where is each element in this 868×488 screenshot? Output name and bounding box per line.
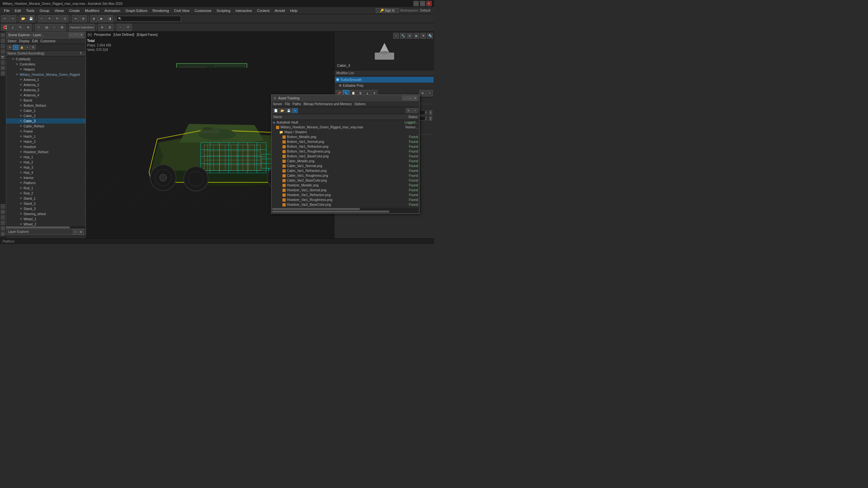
at-vscrollbar[interactable] xyxy=(272,210,418,213)
menu-arnold[interactable]: Arnold xyxy=(272,8,288,13)
list-item[interactable]: 👁Bottom_Refract⋮ xyxy=(6,103,86,108)
modifier-turbosmoooth[interactable]: TurboSmooth xyxy=(335,77,434,83)
ts-iters-down[interactable]: ▼ xyxy=(429,112,432,115)
viewport-edged-faces[interactable]: [Edged Faces] xyxy=(137,33,157,36)
list-item[interactable]: 👁Howitzer⋮ xyxy=(6,144,86,149)
list-item[interactable]: 👁Howitzer_Refract⋮ xyxy=(6,149,86,155)
at-btn-new[interactable]: 📄 xyxy=(273,108,279,113)
list-item[interactable]: 👁Frame⋮ xyxy=(6,129,86,134)
search-bar[interactable]: 🔍 xyxy=(117,16,181,22)
at-btn-save[interactable]: 💾 xyxy=(286,108,291,113)
se-btn-sort[interactable]: ⇅ xyxy=(31,45,36,50)
se-eye-ctrl[interactable]: 👁 xyxy=(15,62,19,66)
viewport-nav[interactable]: [+] xyxy=(88,33,91,36)
list-item[interactable]: 👁Wheel_1⋮ xyxy=(6,217,86,222)
tb-rotate[interactable]: ↻ xyxy=(54,15,61,22)
se-btn-layers[interactable]: ≡ xyxy=(13,45,19,50)
menu-scripting[interactable]: Scripting xyxy=(214,8,233,13)
se-footer-btn1[interactable]: ≡ xyxy=(73,229,78,234)
menu-content[interactable]: Content xyxy=(254,8,272,13)
list-item[interactable]: 👁Rod_2⋮ xyxy=(6,191,86,196)
modifier-editable-poly[interactable]: Editable Poly xyxy=(335,83,434,88)
list-item[interactable]: 👁Hatch_2⋮ xyxy=(6,139,86,144)
se-layer-0[interactable]: 👁 0 (default) xyxy=(6,57,86,62)
se-controllers[interactable]: 👁 Controllers xyxy=(6,62,86,67)
viewport-perspective[interactable]: Perspective xyxy=(94,33,111,36)
menu-civil-view[interactable]: Civil View xyxy=(172,8,192,13)
at-item[interactable]: Cabin_Var1_Roughness.png Found xyxy=(272,173,419,178)
at-item[interactable]: Howitzer_Metallic.png Found xyxy=(272,183,419,188)
at-menu-file[interactable]: File xyxy=(285,102,290,106)
se-eye-main[interactable]: 👁 xyxy=(15,72,19,76)
tb-select[interactable]: ⊹ xyxy=(38,15,45,22)
menu-animation[interactable]: Animation xyxy=(102,8,123,13)
tb-save[interactable]: 💾 xyxy=(27,15,35,22)
list-item[interactable]: 👁Stand_3⋮ xyxy=(6,206,86,211)
left-icon-scene[interactable]: ≡ xyxy=(1,204,5,209)
at-btn-open[interactable]: 📂 xyxy=(279,108,285,113)
tb2-curve[interactable]: ~ xyxy=(117,24,124,31)
menu-file[interactable]: File xyxy=(1,8,12,13)
list-item[interactable]: 👁Hatch_1⋮ xyxy=(6,134,86,139)
tb2-xref[interactable]: ⊞ xyxy=(106,24,113,31)
se-btn-filter[interactable]: ✕ xyxy=(7,45,12,50)
mod-help-btn[interactable]: ? xyxy=(426,90,433,96)
tb2-snap[interactable]: 🧲 xyxy=(1,24,8,31)
left-icon-rot[interactable]: ↻ xyxy=(1,221,5,225)
left-icon-shape[interactable]: □ xyxy=(1,44,5,48)
tb-redo[interactable]: ↪ xyxy=(9,15,16,22)
menu-interactive[interactable]: Interactive xyxy=(233,8,255,13)
at-btn-list[interactable]: ≡ xyxy=(292,108,298,113)
se-main-object[interactable]: 👁 Military_Howitzer_Morana_Green_Rigged xyxy=(6,72,86,77)
at-close-btn[interactable]: ✕ xyxy=(413,96,417,100)
at-item[interactable]: Cabin_Var1_Normal.png Found xyxy=(272,164,419,168)
tb-open[interactable]: 📂 xyxy=(20,15,27,22)
close-button[interactable]: ✕ xyxy=(426,1,432,6)
tb2-anim[interactable]: ⏱ xyxy=(125,24,132,31)
at-item[interactable]: Cabin_Metallic.png Found xyxy=(272,159,419,164)
list-item[interactable]: 👁Stand_2⋮ xyxy=(6,201,86,206)
se-eye-hlp[interactable]: 👁 xyxy=(19,67,23,71)
viewport-user-defined[interactable]: [User Defined] xyxy=(114,33,134,36)
tb-align[interactable]: ⊞ xyxy=(80,15,87,22)
at-item[interactable]: Howitzer_Var1_Refraction.png Found xyxy=(272,193,419,197)
list-item[interactable]: 👁Interior⋮ xyxy=(6,175,86,180)
at-item[interactable]: Cabin_Var2_BaseColor.png Found xyxy=(272,178,419,183)
maximize-button[interactable]: □ xyxy=(420,1,425,6)
at-vault-item[interactable]: ◈ Autodesk Vault Logged... xyxy=(272,120,419,125)
at-item[interactable]: Bottom_Var1_Refraction.png Found xyxy=(272,144,419,149)
at-maps-folder[interactable]: 📁 Maps / Shaders xyxy=(272,130,419,134)
list-item[interactable]: 👁Hub_3⋮ xyxy=(6,165,86,170)
se-cabin3-item[interactable]: 👁Cabin_3⋮ xyxy=(6,118,86,124)
tb2-all[interactable]: ▤ xyxy=(43,24,50,31)
rp-create-btn[interactable]: + xyxy=(393,33,399,39)
menu-create[interactable]: Create xyxy=(66,8,82,13)
left-icon-grid[interactable]: ⊞ xyxy=(1,210,5,214)
at-btn-check[interactable]: ✓ xyxy=(412,108,418,113)
left-icon-space[interactable]: ⊞ xyxy=(1,66,5,70)
tb-render2[interactable]: ◨ xyxy=(106,15,113,22)
se-btn-lock[interactable]: 🔒 xyxy=(19,45,24,50)
list-item[interactable]: 👁Hub_2⋮ xyxy=(6,160,86,165)
list-item[interactable]: 👁Antenna_4⋮ xyxy=(6,93,86,98)
left-icon-create[interactable]: ⊕ xyxy=(1,33,5,37)
tb-move[interactable]: ✛ xyxy=(46,15,53,22)
rp-modify-btn[interactable]: 🔧 xyxy=(400,33,406,39)
at-item[interactable]: Bottom_Var1_Roughness.png Found xyxy=(272,149,419,154)
menu-customize[interactable]: Customize xyxy=(192,8,214,13)
list-item[interactable]: 👁Hub_1⋮ xyxy=(6,155,86,160)
left-icon-move[interactable]: ✛ xyxy=(1,215,5,220)
tb-render[interactable]: ▶ xyxy=(98,15,105,22)
tb2-angle[interactable]: ∠ xyxy=(9,24,16,31)
at-item[interactable]: Bottom_Metallic.png Found xyxy=(272,134,419,139)
list-item[interactable]: 👁Cabin_1⋮ xyxy=(6,108,86,113)
rp-utilities-btn[interactable]: 🔩 xyxy=(427,33,433,39)
se-menu-customize[interactable]: Customize xyxy=(40,39,56,43)
tb-material[interactable]: ◈ xyxy=(90,15,97,22)
tb2-invert[interactable]: ⊠ xyxy=(58,24,65,31)
tb2-spinner[interactable]: ⊕ xyxy=(25,24,32,31)
at-item[interactable]: Cabin_Var1_Refraction.png Found xyxy=(272,168,419,173)
at-min-btn[interactable]: ─ xyxy=(403,96,407,100)
rp-hierarchy-btn[interactable]: ⚙ xyxy=(407,33,412,39)
tb2-layer[interactable]: ⊕ xyxy=(98,24,105,31)
